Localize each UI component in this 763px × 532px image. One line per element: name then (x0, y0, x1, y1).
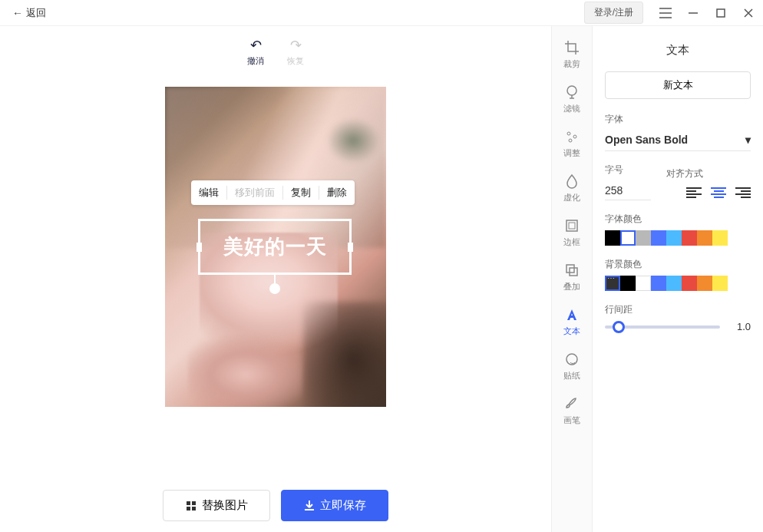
tool-rail: 裁剪 滤镜 调整 虚化 边框 叠加 文本 贴纸 (551, 26, 593, 532)
font-color-label: 字体颜色 (605, 213, 751, 226)
svg-rect-5 (566, 220, 577, 231)
photo-bg (326, 117, 380, 164)
rail-filter[interactable]: 滤镜 (552, 77, 592, 121)
rail-brush[interactable]: 画笔 (552, 388, 592, 433)
align-center-button[interactable] (711, 185, 726, 200)
menu-icon[interactable] (657, 5, 674, 21)
font-color-swatch[interactable] (651, 230, 666, 246)
rail-overlay[interactable]: 叠加 (552, 255, 592, 299)
crop-icon (563, 39, 580, 56)
new-text-button[interactable]: 新文本 (605, 71, 751, 99)
redo-icon: ↷ (290, 37, 302, 54)
blur-icon (563, 173, 580, 190)
border-icon (563, 217, 580, 234)
resize-handle-left[interactable] (197, 243, 202, 252)
undo-label: 撤消 (247, 55, 264, 67)
text-bounding-box[interactable]: 美好的一天 (198, 219, 352, 275)
resize-handle-right[interactable] (348, 243, 353, 252)
brush-icon (563, 395, 580, 412)
replace-image-button[interactable]: 替换图片 (163, 490, 270, 521)
maximize-icon[interactable] (712, 5, 729, 21)
rail-crop[interactable]: 裁剪 (552, 32, 592, 77)
close-icon[interactable] (740, 5, 757, 21)
save-label: 立即保存 (320, 498, 366, 513)
rail-adjust[interactable]: 调整 (552, 121, 592, 166)
toolbar-edit[interactable]: 编辑 (191, 186, 226, 200)
replace-icon (185, 500, 197, 512)
rail-border[interactable]: 边框 (552, 210, 592, 255)
text-context-toolbar: 编辑 移到前面 复制 删除 (191, 180, 355, 205)
canvas-text: 美好的一天 (223, 233, 327, 260)
photo-bg (303, 302, 386, 407)
rail-blur[interactable]: 虚化 (552, 166, 592, 210)
bg-color-swatch[interactable] (620, 276, 636, 291)
redo-button[interactable]: ↷ 恢复 (287, 37, 304, 67)
save-button[interactable]: 立即保存 (281, 490, 388, 521)
back-label: 返回 (26, 6, 46, 20)
main: ↶ 撤消 ↷ 恢复 编辑 移到前面 复制 (0, 26, 763, 532)
rail-text[interactable]: 文本 (552, 299, 592, 344)
chevron-down-icon: ▾ (745, 134, 751, 146)
sticker-icon (563, 351, 580, 368)
svg-point-2 (567, 132, 570, 135)
login-button[interactable]: 登录/注册 (584, 2, 643, 24)
undo-redo-group: ↶ 撤消 ↷ 恢复 (0, 26, 551, 71)
bg-color-swatches (605, 276, 751, 291)
back-button[interactable]: ← 返回 (6, 3, 52, 23)
svg-point-3 (573, 135, 576, 138)
align-left-button[interactable] (686, 185, 702, 200)
rotate-handle[interactable] (269, 283, 280, 294)
window-controls (657, 5, 757, 21)
svg-rect-6 (569, 223, 575, 229)
font-color-swatch[interactable] (636, 230, 651, 246)
adjust-icon (563, 128, 580, 145)
font-color-swatch[interactable] (682, 230, 697, 246)
bg-color-swatch[interactable] (682, 276, 697, 291)
svg-point-4 (569, 139, 572, 142)
font-color-swatch[interactable] (712, 230, 728, 246)
undo-button[interactable]: ↶ 撤消 (247, 37, 264, 67)
svg-point-9 (566, 354, 577, 365)
topbar: ← 返回 登录/注册 (0, 0, 763, 26)
redo-label: 恢复 (287, 55, 304, 67)
bg-color-swatch[interactable] (605, 276, 620, 291)
filter-icon (563, 84, 580, 101)
font-color-swatch[interactable] (605, 230, 620, 246)
back-arrow-icon: ← (12, 7, 23, 19)
font-color-swatch[interactable] (697, 230, 712, 246)
line-height-label: 行间距 (605, 303, 751, 316)
font-value: Open Sans Bold (605, 134, 688, 146)
text-icon (563, 306, 580, 323)
photo-bg (188, 332, 303, 407)
font-select[interactable]: Open Sans Bold ▾ (605, 131, 751, 151)
font-color-swatch[interactable] (620, 230, 636, 246)
align-right-button[interactable] (735, 185, 751, 200)
font-size-input[interactable] (605, 181, 651, 200)
align-label: 对齐方式 (666, 167, 703, 180)
bg-color-swatch[interactable] (666, 276, 682, 291)
minimize-icon[interactable] (685, 5, 702, 21)
text-panel: 文本 新文本 字体 Open Sans Bold ▾ 字号 对齐方式 字体颜色 (593, 26, 763, 532)
canvas-wrap: 编辑 移到前面 复制 删除 美好的一天 (0, 71, 551, 479)
bg-color-swatch[interactable] (697, 276, 712, 291)
panel-title: 文本 (605, 43, 751, 58)
svg-rect-7 (566, 265, 574, 273)
canvas-area: ↶ 撤消 ↷ 恢复 编辑 移到前面 复制 (0, 26, 551, 532)
svg-rect-0 (717, 9, 725, 17)
slider-thumb[interactable] (613, 321, 625, 333)
line-height-slider[interactable] (605, 325, 720, 329)
bg-color-swatch[interactable] (636, 276, 651, 291)
rail-sticker[interactable]: 贴纸 (552, 344, 592, 388)
toolbar-bring-front[interactable]: 移到前面 (227, 186, 282, 200)
bg-color-swatch[interactable] (712, 276, 728, 291)
font-color-swatch[interactable] (666, 230, 682, 246)
bottom-actions: 替换图片 立即保存 (0, 479, 551, 532)
toolbar-delete[interactable]: 删除 (319, 186, 355, 200)
bg-color-swatch[interactable] (651, 276, 666, 291)
line-height-value: 1.0 (728, 321, 751, 332)
align-group (686, 185, 751, 200)
photo-canvas[interactable]: 编辑 移到前面 复制 删除 美好的一天 (165, 87, 386, 407)
undo-icon: ↶ (250, 37, 262, 54)
svg-rect-8 (570, 268, 577, 276)
toolbar-copy[interactable]: 复制 (283, 186, 319, 200)
